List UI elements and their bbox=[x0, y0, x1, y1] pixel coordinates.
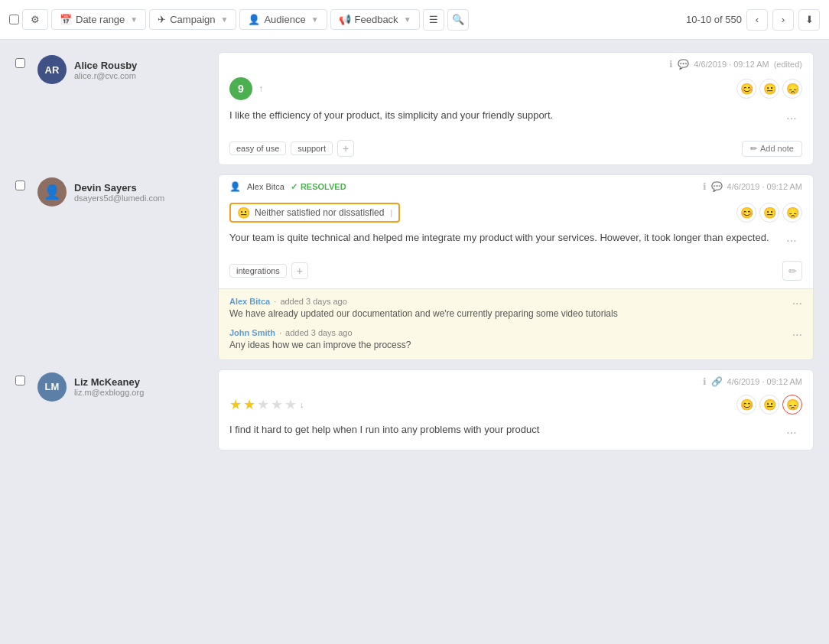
note-more-1[interactable]: ··· bbox=[792, 297, 802, 311]
emoji-sad-devin[interactable]: 😞 bbox=[782, 203, 802, 223]
select-all-checkbox[interactable] bbox=[9, 15, 19, 24]
note-meta-1: Alex Bitca · added 3 days ago bbox=[229, 297, 618, 306]
row-checkbox-alice[interactable] bbox=[15, 58, 25, 70]
user-info-liz: LM Liz McKeaney liz.m@exblogg.org bbox=[37, 369, 206, 402]
feedback-row: AR Alice Rousby alice.r@cvc.com ℹ 💬 4/6/… bbox=[15, 52, 814, 165]
feedback-label: Feedback bbox=[355, 14, 398, 25]
user-email-liz: liz.m@exblogg.org bbox=[74, 388, 144, 397]
feedback-text-liz: I find it hard to get help when I run in… bbox=[229, 422, 781, 437]
emoji-happy-alice[interactable]: 😊 bbox=[736, 79, 756, 99]
user-info-alice: AR Alice Rousby alice.r@cvc.com bbox=[37, 52, 206, 84]
campaign-button[interactable]: ✈ Campaign ▼ bbox=[149, 9, 236, 30]
emoji-neutral-liz[interactable]: 😐 bbox=[759, 395, 779, 415]
emoji-happy-devin[interactable]: 😊 bbox=[736, 203, 756, 223]
rating-down: ↓ bbox=[300, 400, 304, 409]
emoji-reactions-devin: 😊 😐 😞 bbox=[736, 203, 802, 223]
feedback-card-liz: ℹ 🔗 4/6/2019 · 09:12 AM ★ ★ ★ ★ ★ ↓ 😊 😐 … bbox=[218, 369, 814, 450]
sentiment-label-devin: Neither satisfied nor dissatisfied bbox=[255, 207, 384, 218]
sentiment-emoji: 😐 bbox=[237, 207, 250, 219]
main-content: AR Alice Rousby alice.r@cvc.com ℹ 💬 4/6/… bbox=[0, 40, 829, 644]
download-button[interactable]: ⬇ bbox=[798, 9, 820, 31]
emoji-reactions-liz: 😊 😐 😞 bbox=[736, 395, 802, 415]
row-checkbox-devin[interactable] bbox=[15, 181, 25, 193]
add-note-alice[interactable]: ✏ Add note bbox=[742, 141, 802, 157]
search-button[interactable]: 🔍 bbox=[447, 9, 469, 31]
row-checkbox-liz[interactable] bbox=[15, 376, 25, 388]
more-options-devin[interactable]: ··· bbox=[781, 230, 802, 252]
search-icon: 🔍 bbox=[452, 14, 464, 25]
emoji-sad-alice[interactable]: 😞 bbox=[782, 79, 802, 99]
resolved-row-devin: 👤 Alex Bitca ✓ RESOLVED bbox=[229, 181, 346, 192]
feedback-message-devin: Your team is quite technical and helped … bbox=[219, 227, 813, 258]
timestamp-devin: 4/6/2019 · 09:12 AM bbox=[727, 182, 802, 191]
emoji-neutral-alice[interactable]: 😐 bbox=[759, 79, 779, 99]
toolbar: ⚙ 📅 Date range ▼ ✈ Campaign ▼ 👤 Audience… bbox=[0, 0, 829, 40]
campaign-icon: ✈ bbox=[158, 14, 166, 25]
timestamp-liz: 4/6/2019 · 09:12 AM bbox=[727, 377, 802, 386]
sentiment-row-devin: 😐 Neither satisfied nor dissatisfied | 😊… bbox=[219, 195, 813, 227]
note-edit-devin[interactable]: ✏ bbox=[782, 261, 802, 281]
user-name-liz: Liz McKeaney bbox=[74, 376, 144, 388]
audience-button[interactable]: 👤 Audience ▼ bbox=[239, 9, 327, 30]
audience-icon: 👤 bbox=[248, 14, 260, 25]
add-tag-alice[interactable]: + bbox=[337, 140, 354, 157]
star-5: ★ bbox=[284, 396, 297, 413]
note-author-1: Alex Bitca bbox=[229, 297, 270, 306]
chevron-down-icon: ▼ bbox=[221, 15, 229, 24]
star-3: ★ bbox=[257, 396, 269, 413]
tag-support[interactable]: support bbox=[291, 141, 333, 155]
user-name-devin: Devin Sayers bbox=[74, 182, 164, 194]
sentiment-bar-devin: 😐 Neither satisfied nor dissatisfied | bbox=[229, 203, 400, 223]
edited-label-alice: (edited) bbox=[774, 60, 802, 69]
star-1: ★ bbox=[229, 396, 242, 413]
score-bubble-alice: 9 bbox=[229, 77, 252, 100]
tag-integrations[interactable]: integrations bbox=[229, 264, 287, 278]
user-name-alice: Alice Rousby bbox=[74, 60, 137, 71]
feedback-row-liz: LM Liz McKeaney liz.m@exblogg.org ℹ 🔗 4/… bbox=[15, 369, 814, 450]
megaphone-icon: 📢 bbox=[339, 14, 351, 25]
tag-easy-use[interactable]: easy of use bbox=[229, 141, 286, 155]
feedback-text-devin: Your team is quite technical and helped … bbox=[229, 230, 781, 246]
stars-row-liz: ★ ★ ★ ★ ★ ↓ 😊 😐 😞 bbox=[219, 387, 813, 419]
prev-page-button[interactable]: ‹ bbox=[746, 9, 768, 31]
campaign-label: Campaign bbox=[170, 14, 215, 25]
star-2: ★ bbox=[243, 396, 255, 413]
note-more-2[interactable]: ··· bbox=[792, 328, 802, 342]
more-options-alice[interactable]: ··· bbox=[781, 108, 802, 129]
chevron-down-icon: ▼ bbox=[404, 15, 411, 24]
add-tag-devin[interactable]: + bbox=[291, 262, 308, 279]
pagination-text: 10-10 of 550 bbox=[686, 14, 742, 25]
user-info-devin: 👤 Devin Sayers dsayers5d@lumedi.com bbox=[37, 174, 206, 207]
link-icon-liz: 🔗 bbox=[711, 376, 723, 387]
audience-label: Audience bbox=[264, 14, 305, 25]
date-range-button[interactable]: 📅 Date range ▼ bbox=[51, 9, 146, 30]
feedback-message-liz: I find it hard to get help when I run in… bbox=[219, 419, 813, 450]
more-options-liz[interactable]: ··· bbox=[781, 422, 802, 444]
next-page-button[interactable]: › bbox=[772, 9, 794, 31]
feedback-text-alice: I like the efficiency of your product, i… bbox=[229, 108, 781, 123]
emoji-reactions-alice: 😊 😐 😞 bbox=[736, 79, 802, 99]
filters-icon: ⚙ bbox=[31, 14, 40, 25]
emoji-happy-liz[interactable]: 😊 bbox=[736, 395, 756, 415]
person-icon: 👤 bbox=[229, 181, 241, 192]
feedback-message-alice: I like the efficiency of your product, i… bbox=[219, 105, 813, 135]
sort-button[interactable]: ☰ bbox=[423, 9, 444, 31]
info-icon-devin: ℹ bbox=[703, 181, 707, 192]
calendar-icon: 📅 bbox=[60, 14, 72, 25]
avatar-alice: AR bbox=[37, 55, 67, 84]
msg-icon: 💬 bbox=[678, 59, 689, 70]
note-text-1: We have already updated our documentatio… bbox=[229, 307, 618, 320]
feedback-button[interactable]: 📢 Feedback ▼ bbox=[330, 9, 420, 30]
score-row-alice: 9 ↑ 😊 😐 😞 bbox=[219, 70, 813, 105]
info-icon-liz: ℹ bbox=[703, 376, 707, 387]
feedback-card-alice: ℹ 💬 4/6/2019 · 09:12 AM (edited) 9 ↑ 😊 😐… bbox=[218, 52, 814, 165]
emoji-neutral-devin[interactable]: 😐 bbox=[759, 203, 779, 223]
emoji-sad-liz[interactable]: 😞 bbox=[782, 395, 802, 415]
filters-button[interactable]: ⚙ bbox=[22, 9, 48, 30]
timestamp-alice: 4/6/2019 · 09:12 AM bbox=[694, 60, 769, 69]
note-item-1: Alex Bitca · added 3 days ago We have al… bbox=[229, 297, 802, 320]
note-text-2: Any ideas how we can improve the process… bbox=[229, 339, 411, 352]
note-time-2: added 3 days ago bbox=[285, 328, 352, 337]
info-icon: ℹ bbox=[669, 59, 673, 70]
tags-row-alice: easy of use support + ✏ Add note bbox=[219, 135, 813, 164]
